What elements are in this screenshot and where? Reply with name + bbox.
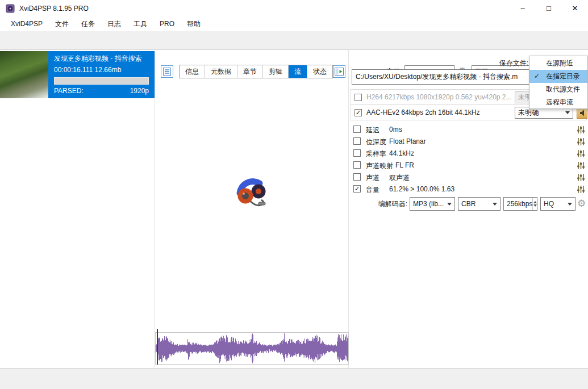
close-button[interactable]: ✕ xyxy=(562,0,588,16)
tab-metadata[interactable]: 元数据 xyxy=(205,65,237,78)
rate-mode-select[interactable]: CBR xyxy=(458,197,501,211)
menu-item-specified-folder[interactable]: ✓ 在指定目录 xyxy=(529,70,587,83)
channelmap-checkbox[interactable] xyxy=(353,161,361,169)
samplerate-label: 采样率 xyxy=(366,149,386,159)
app-window: XviD4PSP 8.1.95 PRO – □ ✕ XviD4PSP 文件 任务… xyxy=(0,0,588,389)
save-destination-menu: 在源附近 ✓ 在指定目录 取代源文件 远程串流 xyxy=(529,56,588,109)
panel-icon xyxy=(335,68,344,76)
tab-edit[interactable]: 剪辑 xyxy=(262,65,288,78)
audio-stream-logo-icon xyxy=(232,170,274,214)
right-panel-divider xyxy=(348,50,349,368)
task-info-panel: 发现更多精彩视频 - 抖音搜索 00:00:16.111 12.66mb PAR… xyxy=(48,51,155,98)
arrow-up-icon[interactable] xyxy=(533,201,537,203)
option-row-channels: 声道 双声道 xyxy=(351,172,588,183)
task-status-label: PARSED: xyxy=(54,87,84,95)
menu-item-remote-stream[interactable]: 远程串流 xyxy=(529,96,587,109)
view-tabs: 信息 元数据 章节 剪辑 流 状态 xyxy=(179,65,333,78)
volume-value: 61.2% > 100.0% 1.63 xyxy=(389,185,454,193)
video-stream-label: H264 6217kbps 1080x1920p 0.562 yuv420p 2… xyxy=(366,93,512,101)
tab-streams[interactable]: 流 xyxy=(288,65,307,78)
sliders-icon[interactable] xyxy=(577,126,585,136)
waveform-panel[interactable] xyxy=(155,332,349,365)
left-panel-divider xyxy=(155,50,155,368)
audio-stream-label: AAC-HEv2 64kbps 2ch 16bit 44.1kHz xyxy=(366,108,479,116)
checkmark-icon: ✓ xyxy=(534,70,540,83)
bitrate-stepper[interactable]: 256kbps xyxy=(503,197,537,211)
volume-checkbox[interactable]: ✓ xyxy=(353,185,361,193)
option-row-channelmap: 声道映射FL FR xyxy=(351,160,588,172)
chevron-down-icon xyxy=(568,203,572,206)
app-icon xyxy=(6,4,15,15)
title-bar: XviD4PSP 8.1.95 PRO – □ ✕ xyxy=(0,0,588,17)
menu-item-replace-source[interactable]: 取代源文件 xyxy=(529,83,587,96)
menu-xvid4psp[interactable]: XviD4PSP xyxy=(5,17,49,31)
menu-item-near-source[interactable]: 在源附近 xyxy=(529,57,587,70)
sliders-icon[interactable] xyxy=(577,173,585,183)
menu-file[interactable]: 文件 xyxy=(49,17,75,31)
maximize-button[interactable]: □ xyxy=(536,0,562,16)
video-stream-checkbox[interactable] xyxy=(355,94,362,101)
menu-tools[interactable]: 工具 xyxy=(127,17,153,31)
window-title: XviD4PSP 8.1.95 PRO xyxy=(19,0,89,17)
minimize-button[interactable]: – xyxy=(510,0,536,16)
delay-checkbox[interactable] xyxy=(353,126,361,133)
list-icon xyxy=(163,68,171,76)
volume-label: 音量 xyxy=(366,185,380,195)
stepper-arrows[interactable] xyxy=(532,198,537,210)
video-thumbnail xyxy=(0,51,48,98)
menu-task[interactable]: 任务 xyxy=(75,17,101,31)
menu-help[interactable]: 帮助 xyxy=(181,17,207,31)
task-title: 发现更多精彩视频 - 抖音搜索 xyxy=(54,54,142,64)
option-row-volume: ✓ 音量 61.2% > 100.0% 1.63 xyxy=(351,183,588,195)
tab-status[interactable]: 状态 xyxy=(307,65,332,78)
menu-log[interactable]: 日志 xyxy=(101,17,127,31)
main-toolbar: 开始 信息 元数据 章节 剪辑 流 状态 + 容器: MP3 ⚙ 不限 ⚙ xyxy=(0,31,588,50)
bitdepth-label: 位深度 xyxy=(366,137,386,147)
menu-bar: XviD4PSP 文件 任务 日志 工具 PRO 帮助 xyxy=(0,17,588,31)
task-status-value: 1920p xyxy=(130,87,149,95)
sliders-icon[interactable] xyxy=(577,185,585,195)
audio-stream-checkbox[interactable]: ✓ xyxy=(355,109,362,116)
save-file-label: 保存文件: xyxy=(449,58,528,68)
bitdepth-checkbox[interactable] xyxy=(353,137,361,145)
codec-label: 编解码器: xyxy=(351,197,407,211)
option-row-delay: 延迟 0ms xyxy=(351,124,588,136)
samplerate-checkbox[interactable] xyxy=(353,149,361,157)
channelmap-label-wrap: 声道映射FL FR xyxy=(366,161,414,171)
bottom-toolbar: ⚙ ✂ ✂A B✂ xyxy=(0,368,588,389)
task-list-item[interactable]: 发现更多精彩视频 - 抖音搜索 00:00:16.111 12.66mb PAR… xyxy=(0,51,155,98)
arrow-down-icon[interactable] xyxy=(533,204,537,207)
chevron-down-icon xyxy=(447,203,452,206)
menu-pro[interactable]: PRO xyxy=(153,17,181,31)
samplerate-value: 44.1kHz xyxy=(389,149,414,157)
task-details: 00:00:16.111 12.66mb xyxy=(54,66,121,74)
chevron-down-icon xyxy=(493,203,497,206)
delay-value: 0ms xyxy=(389,126,402,133)
waveform[interactable] xyxy=(156,333,348,364)
channels-label: 声道 xyxy=(366,173,380,183)
playhead-marker[interactable] xyxy=(157,329,158,365)
tab-chapters[interactable]: 章节 xyxy=(237,65,262,78)
channels-checkbox[interactable] xyxy=(353,173,361,181)
chevron-down-icon xyxy=(565,111,570,114)
panel-toggle-button[interactable] xyxy=(333,65,345,78)
channelmap-label: 声道映射 xyxy=(366,161,393,171)
sliders-icon[interactable] xyxy=(577,137,585,148)
sliders-icon[interactable] xyxy=(577,149,585,160)
channels-value: 双声道 xyxy=(389,173,410,183)
task-progress-bar xyxy=(54,77,149,85)
channelmap-value: FL FR xyxy=(395,161,414,171)
tab-info[interactable]: 信息 xyxy=(180,65,205,78)
quality-select[interactable]: HQ xyxy=(540,197,576,211)
codec-select[interactable]: MP3 (lib... xyxy=(410,197,455,211)
codec-settings-gear-icon[interactable]: ⚙ xyxy=(577,199,586,208)
delay-label: 延迟 xyxy=(366,126,380,135)
sliders-icon[interactable] xyxy=(577,161,585,172)
task-list-toggle-button[interactable] xyxy=(161,65,173,78)
option-row-samplerate: 采样率 44.1kHz xyxy=(351,148,588,160)
bitdepth-value: Float Planar xyxy=(389,137,426,145)
option-row-bitdepth: 位深度 Float Planar xyxy=(351,136,588,148)
